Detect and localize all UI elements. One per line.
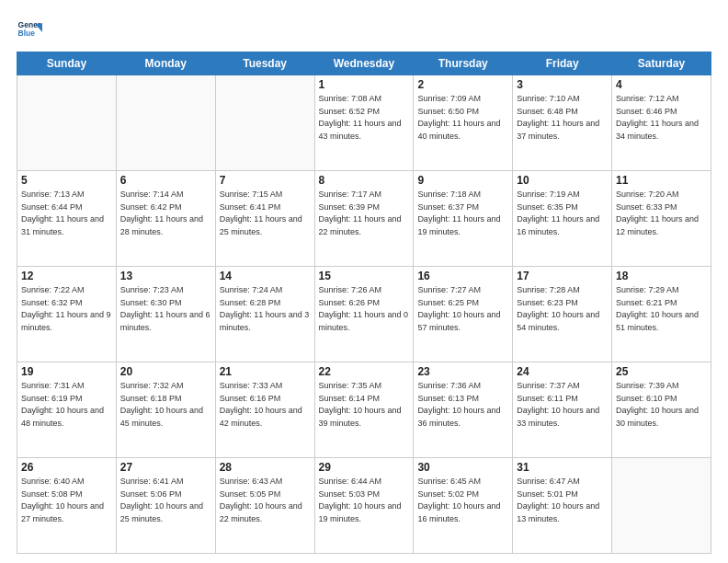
calendar-cell: 4Sunrise: 7:12 AM Sunset: 6:46 PM Daylig…: [612, 75, 711, 171]
calendar-cell: 29Sunrise: 6:44 AM Sunset: 5:03 PM Dayli…: [314, 458, 414, 554]
calendar-cell: 23Sunrise: 7:36 AM Sunset: 6:13 PM Dayli…: [414, 362, 513, 458]
calendar-cell: 9Sunrise: 7:18 AM Sunset: 6:37 PM Daylig…: [414, 171, 513, 267]
day-number: 14: [220, 270, 311, 282]
calendar-cell: 18Sunrise: 7:29 AM Sunset: 6:21 PM Dayli…: [612, 267, 711, 362]
day-number: 25: [616, 365, 707, 378]
day-number: 18: [616, 270, 707, 282]
day-info: Sunrise: 7:08 AM Sunset: 6:52 PM Dayligh…: [319, 93, 410, 143]
day-number: 5: [21, 174, 112, 187]
day-number: 28: [220, 461, 311, 474]
day-info: Sunrise: 7:20 AM Sunset: 6:33 PM Dayligh…: [616, 189, 707, 238]
day-info: Sunrise: 7:35 AM Sunset: 6:14 PM Dayligh…: [319, 380, 410, 430]
calendar-cell: 6Sunrise: 7:14 AM Sunset: 6:42 PM Daylig…: [116, 171, 215, 267]
day-number: 2: [417, 78, 508, 91]
logo-icon: General Blue: [17, 17, 42, 42]
day-info: Sunrise: 6:44 AM Sunset: 5:03 PM Dayligh…: [319, 476, 410, 525]
day-number: 10: [517, 174, 608, 187]
day-info: Sunrise: 7:37 AM Sunset: 6:11 PM Dayligh…: [517, 380, 608, 430]
day-number: 21: [220, 365, 311, 378]
day-info: Sunrise: 7:10 AM Sunset: 6:48 PM Dayligh…: [517, 93, 608, 143]
day-info: Sunrise: 7:09 AM Sunset: 6:50 PM Dayligh…: [417, 93, 508, 143]
day-info: Sunrise: 6:40 AM Sunset: 5:08 PM Dayligh…: [21, 476, 112, 525]
day-info: Sunrise: 7:31 AM Sunset: 6:19 PM Dayligh…: [21, 380, 112, 430]
day-info: Sunrise: 7:36 AM Sunset: 6:13 PM Dayligh…: [417, 380, 508, 430]
day-info: Sunrise: 7:32 AM Sunset: 6:18 PM Dayligh…: [120, 380, 211, 430]
day-number: 6: [120, 174, 211, 187]
calendar-cell: 13Sunrise: 7:23 AM Sunset: 6:30 PM Dayli…: [116, 267, 215, 362]
day-number: 30: [417, 461, 508, 474]
day-number: 13: [120, 270, 211, 282]
col-header-monday: Monday: [116, 52, 215, 75]
day-info: Sunrise: 7:17 AM Sunset: 6:39 PM Dayligh…: [319, 189, 410, 238]
day-info: Sunrise: 7:19 AM Sunset: 6:35 PM Dayligh…: [517, 189, 608, 238]
calendar-cell: 22Sunrise: 7:35 AM Sunset: 6:14 PM Dayli…: [314, 362, 414, 458]
logo: General Blue: [17, 17, 42, 42]
calendar-cell: 28Sunrise: 6:43 AM Sunset: 5:05 PM Dayli…: [215, 458, 314, 554]
calendar-cell: 31Sunrise: 6:47 AM Sunset: 5:01 PM Dayli…: [513, 458, 612, 554]
day-number: 23: [417, 365, 508, 378]
day-info: Sunrise: 7:26 AM Sunset: 6:26 PM Dayligh…: [319, 284, 410, 334]
calendar-cell: 5Sunrise: 7:13 AM Sunset: 6:44 PM Daylig…: [17, 171, 117, 267]
day-info: Sunrise: 7:39 AM Sunset: 6:10 PM Dayligh…: [616, 380, 707, 430]
day-info: Sunrise: 7:29 AM Sunset: 6:21 PM Dayligh…: [616, 284, 707, 334]
day-info: Sunrise: 6:45 AM Sunset: 5:02 PM Dayligh…: [417, 476, 508, 525]
calendar-cell: 15Sunrise: 7:26 AM Sunset: 6:26 PM Dayli…: [314, 267, 414, 362]
header: General Blue: [17, 17, 711, 42]
svg-text:Blue: Blue: [18, 29, 36, 38]
day-number: 29: [319, 461, 410, 474]
col-header-tuesday: Tuesday: [215, 52, 314, 75]
calendar-cell: 17Sunrise: 7:28 AM Sunset: 6:23 PM Dayli…: [513, 267, 612, 362]
col-header-sunday: Sunday: [17, 52, 117, 75]
day-info: Sunrise: 7:33 AM Sunset: 6:16 PM Dayligh…: [220, 380, 311, 430]
col-header-saturday: Saturday: [612, 52, 711, 75]
calendar-cell: 20Sunrise: 7:32 AM Sunset: 6:18 PM Dayli…: [116, 362, 215, 458]
day-number: 8: [319, 174, 410, 187]
day-info: Sunrise: 7:12 AM Sunset: 6:46 PM Dayligh…: [616, 93, 707, 143]
calendar-table: SundayMondayTuesdayWednesdayThursdayFrid…: [17, 52, 711, 554]
calendar-cell: 16Sunrise: 7:27 AM Sunset: 6:25 PM Dayli…: [414, 267, 513, 362]
day-number: 22: [319, 365, 410, 378]
day-number: 20: [120, 365, 211, 378]
calendar-cell: 25Sunrise: 7:39 AM Sunset: 6:10 PM Dayli…: [612, 362, 711, 458]
calendar-cell: 19Sunrise: 7:31 AM Sunset: 6:19 PM Dayli…: [17, 362, 117, 458]
day-number: 16: [417, 270, 508, 282]
day-number: 24: [517, 365, 608, 378]
calendar-cell: 30Sunrise: 6:45 AM Sunset: 5:02 PM Dayli…: [414, 458, 513, 554]
col-header-wednesday: Wednesday: [314, 52, 414, 75]
day-number: 4: [616, 78, 707, 91]
calendar-cell: 3Sunrise: 7:10 AM Sunset: 6:48 PM Daylig…: [513, 75, 612, 171]
day-info: Sunrise: 7:18 AM Sunset: 6:37 PM Dayligh…: [417, 189, 508, 238]
calendar-cell: 8Sunrise: 7:17 AM Sunset: 6:39 PM Daylig…: [314, 171, 414, 267]
calendar-cell: [17, 75, 117, 171]
day-number: 3: [517, 78, 608, 91]
day-info: Sunrise: 7:24 AM Sunset: 6:28 PM Dayligh…: [220, 284, 311, 334]
day-number: 12: [21, 270, 112, 282]
calendar-cell: 11Sunrise: 7:20 AM Sunset: 6:33 PM Dayli…: [612, 171, 711, 267]
day-number: 7: [220, 174, 311, 187]
day-info: Sunrise: 6:47 AM Sunset: 5:01 PM Dayligh…: [517, 476, 608, 525]
day-number: 17: [517, 270, 608, 282]
day-info: Sunrise: 7:22 AM Sunset: 6:32 PM Dayligh…: [21, 284, 112, 334]
day-number: 31: [517, 461, 608, 474]
day-info: Sunrise: 7:28 AM Sunset: 6:23 PM Dayligh…: [517, 284, 608, 334]
calendar-cell: 7Sunrise: 7:15 AM Sunset: 6:41 PM Daylig…: [215, 171, 314, 267]
calendar-cell: 2Sunrise: 7:09 AM Sunset: 6:50 PM Daylig…: [414, 75, 513, 171]
calendar-cell: [612, 458, 711, 554]
day-number: 1: [319, 78, 410, 91]
day-info: Sunrise: 7:14 AM Sunset: 6:42 PM Dayligh…: [120, 189, 211, 238]
col-header-friday: Friday: [513, 52, 612, 75]
calendar-cell: 26Sunrise: 6:40 AM Sunset: 5:08 PM Dayli…: [17, 458, 117, 554]
day-info: Sunrise: 6:43 AM Sunset: 5:05 PM Dayligh…: [220, 476, 311, 525]
calendar-cell: 27Sunrise: 6:41 AM Sunset: 5:06 PM Dayli…: [116, 458, 215, 554]
calendar-cell: 1Sunrise: 7:08 AM Sunset: 6:52 PM Daylig…: [314, 75, 414, 171]
day-number: 26: [21, 461, 112, 474]
day-info: Sunrise: 6:41 AM Sunset: 5:06 PM Dayligh…: [120, 476, 211, 525]
day-number: 27: [120, 461, 211, 474]
calendar-cell: 10Sunrise: 7:19 AM Sunset: 6:35 PM Dayli…: [513, 171, 612, 267]
day-number: 9: [417, 174, 508, 187]
day-number: 19: [21, 365, 112, 378]
calendar-cell: [116, 75, 215, 171]
day-info: Sunrise: 7:27 AM Sunset: 6:25 PM Dayligh…: [417, 284, 508, 334]
day-number: 15: [319, 270, 410, 282]
calendar-cell: 14Sunrise: 7:24 AM Sunset: 6:28 PM Dayli…: [215, 267, 314, 362]
